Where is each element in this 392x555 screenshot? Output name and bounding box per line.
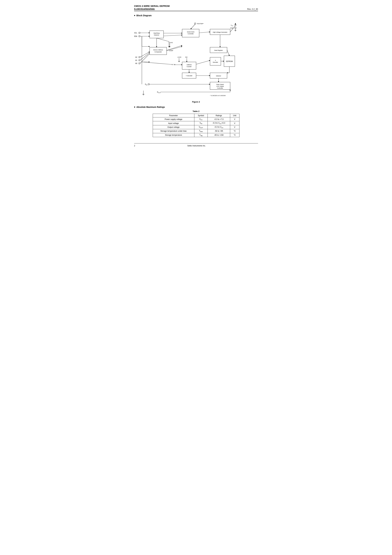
svg-text:DIN: DIN <box>145 83 147 86</box>
svg-text:Y Decoder: Y Decoder <box>186 75 192 77</box>
svg-rect-2 <box>139 32 140 33</box>
svg-text:ACK Output: ACK Output <box>216 86 224 87</box>
ratings-table: Parameter Symbol Ratings Unit Power supp… <box>153 114 240 137</box>
svg-text:*  S-24C02A or S-24C04A: * S-24C02A or S-24C04A <box>210 95 226 96</box>
svg-text:COMP: COMP <box>169 50 173 51</box>
svg-line-66 <box>196 60 210 64</box>
block-diagram-svg: SCL SDA Start/Stop Detector Serial Clock… <box>134 19 258 99</box>
svg-line-84 <box>230 26 235 32</box>
svg-text:Comparator: Comparator <box>154 51 162 53</box>
svg-rect-72 <box>195 23 196 24</box>
svg-text:Start/Stop: Start/Stop <box>153 32 160 34</box>
svg-text:LOAD: LOAD <box>169 42 173 43</box>
svg-rect-4 <box>139 36 140 37</box>
svg-line-35 <box>140 53 150 60</box>
svg-rect-55 <box>210 57 221 65</box>
svg-text:Address: Address <box>187 64 192 66</box>
svg-text:Controller: Controller <box>188 33 194 35</box>
svg-text:Data Register: Data Register <box>214 50 223 51</box>
svg-text:A0: A0 <box>135 63 137 64</box>
svg-text:GND: GND <box>230 27 233 29</box>
svg-text:A2: A2 <box>135 56 137 58</box>
svg-text:A1: A1 <box>135 59 137 61</box>
svg-text:EEPROM: EEPROM <box>226 61 233 62</box>
block-diagram-container: SCL SDA Start/Stop Detector Serial Clock… <box>134 19 258 99</box>
table-row: Power supply voltage VCC -0.3 to +7.0 V <box>153 117 239 121</box>
svg-rect-32 <box>139 63 140 64</box>
table-label: Table 2 <box>134 110 258 112</box>
svg-rect-75 <box>235 24 236 26</box>
svg-text:X: X <box>215 60 216 61</box>
svg-text:SCL: SCL <box>134 32 137 34</box>
svg-text:Serial Clock: Serial Clock <box>187 31 194 33</box>
svg-line-100 <box>227 50 229 56</box>
svg-marker-77 <box>235 23 236 24</box>
svg-text:R / W: R / W <box>172 64 175 65</box>
svg-text:Decoder: Decoder <box>213 61 218 63</box>
block-diagram-heading: Block Diagram <box>134 14 258 17</box>
table-row: Storage temperature Tstg -65 to +150 °C <box>153 133 239 137</box>
svg-line-74 <box>191 24 195 29</box>
svg-text:Detector: Detector <box>154 34 159 36</box>
col-unit: Unit <box>230 114 239 117</box>
svg-text:High-Voltage Generator: High-Voltage Generator <box>213 31 227 33</box>
svg-text:Selector: Selector <box>216 75 221 77</box>
svg-text:DOUT: DOUT <box>157 91 161 93</box>
svg-text:LOAD: LOAD <box>177 56 181 58</box>
svg-rect-28 <box>139 57 140 58</box>
svg-rect-30 <box>139 60 140 61</box>
revision-label: Rev. 2.2_30 <box>247 8 258 10</box>
col-parameter: Parameter <box>153 114 194 117</box>
svg-rect-78 <box>235 27 236 29</box>
svg-text:VCC: VCC <box>231 24 233 26</box>
svg-text:Controller: Controller <box>217 87 223 89</box>
svg-line-51 <box>199 32 210 33</box>
document-subtitle: S-24C01A/02A/04A <box>134 7 170 10</box>
col-ratings: Ratings <box>208 114 230 117</box>
svg-text:Device Address: Device Address <box>153 49 163 51</box>
ratings-heading: Absolute Maximum Ratings <box>134 106 258 108</box>
svg-text:TEST/WP*: TEST/WP* <box>197 23 204 24</box>
table-row: Storage temperature under bias Tbias -50… <box>153 129 239 133</box>
table-row: Input voltage VIN -0.3 to VCC+0.3 V <box>153 121 239 125</box>
page-header: CMOS 2-WIRE SERIAL EEPROM S-24C01A/02A/0… <box>134 5 258 11</box>
svg-line-98 <box>157 38 169 42</box>
svg-line-45 <box>142 62 172 65</box>
document-title: CMOS 2-WIRE SERIAL EEPROM <box>134 5 170 7</box>
svg-text:Data Output: Data Output <box>216 84 224 85</box>
table-row: Output voltage VOUT -0.3 to VCC V <box>153 125 239 129</box>
svg-text:INC: INC <box>185 56 188 58</box>
svg-rect-86 <box>148 84 149 85</box>
col-symbol: Symbol <box>194 114 208 117</box>
svg-rect-22 <box>150 47 167 55</box>
figure-label: Figure 2 <box>134 101 258 103</box>
company-name: Seiko Instruments Inc. <box>187 145 206 147</box>
svg-text:Counter: Counter <box>187 66 191 67</box>
svg-line-19 <box>164 35 182 36</box>
page-number: 2 <box>134 145 135 147</box>
svg-rect-40 <box>182 62 196 69</box>
svg-text:SDA: SDA <box>134 36 137 37</box>
page-footer: 2 Seiko Instruments Inc. <box>134 143 258 147</box>
